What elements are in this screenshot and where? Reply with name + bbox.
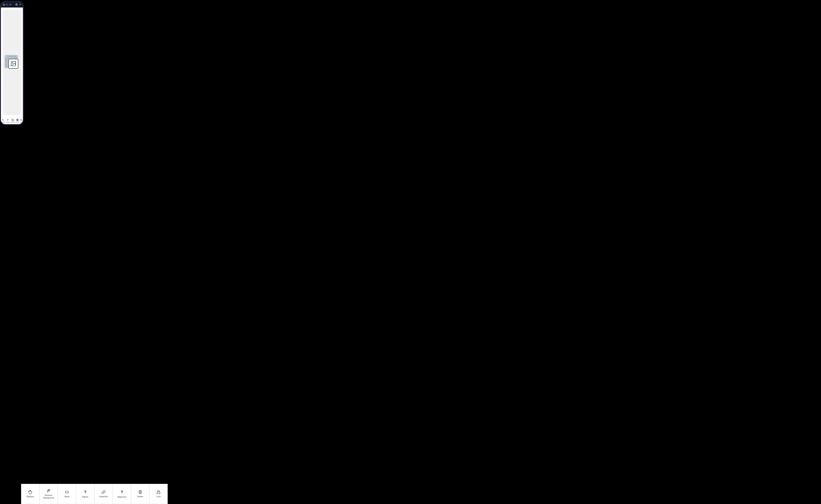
phone-tool-position[interactable]: Position (1, 118, 5, 123)
svg-rect-4 (3, 120, 4, 121)
svg-rect-8 (16, 119, 17, 120)
svg-rect-9 (17, 119, 18, 120)
phone-canvas (1, 8, 23, 117)
crop-label: Crop (20, 122, 22, 123)
phone-notch (9, 2, 15, 3)
phone-tool-crop[interactable]: Crop (19, 118, 23, 123)
layout-label: Layout (16, 122, 19, 123)
svg-rect-5 (3, 119, 4, 120)
svg-rect-11 (17, 120, 18, 121)
svg-rect-10 (16, 120, 17, 121)
opacity-label: Opacity (6, 122, 10, 123)
duplicate-icon (11, 119, 14, 121)
topbar-right (15, 3, 21, 6)
position-icon (2, 119, 5, 121)
opacity-icon: ? (7, 119, 8, 121)
canvas-background (3, 10, 21, 115)
phone-container: Position ? Opacity Duplicate (0, 0, 24, 126)
save-icon[interactable] (15, 3, 18, 6)
forward-icon[interactable] (19, 3, 21, 6)
home-icon[interactable] (3, 3, 5, 6)
undo-icon[interactable] (6, 3, 8, 6)
layout-icon (16, 119, 19, 121)
phone-frame: Position ? Opacity Duplicate (0, 1, 23, 125)
duplicate-label: Duplicate (10, 122, 15, 123)
position-label: Position (1, 122, 5, 123)
phone-tool-opacity[interactable]: ? Opacity (5, 118, 10, 123)
phone-tool-layout[interactable]: Layout (15, 118, 19, 123)
phone-bottombar: Position ? Opacity Duplicate (1, 117, 23, 124)
svg-rect-6 (12, 120, 14, 121)
crop-icon (20, 119, 22, 121)
topbar-left (3, 3, 11, 6)
redo-icon[interactable] (9, 3, 11, 6)
svg-rect-3 (2, 119, 3, 120)
phone-tool-duplicate[interactable]: Duplicate (10, 118, 15, 123)
